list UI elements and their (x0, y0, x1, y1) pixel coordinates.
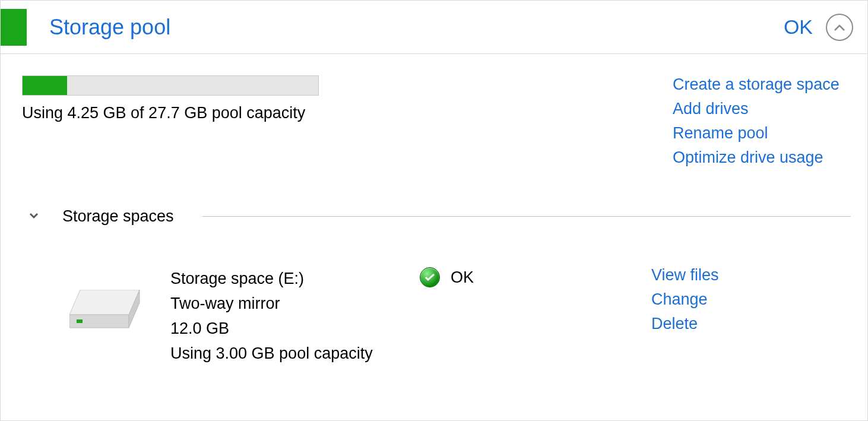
storage-space-name: Storage space (E:) (170, 266, 420, 291)
drive-icon (69, 266, 170, 331)
capacity-progress-bar (22, 75, 319, 96)
storage-spaces-section-header: Storage spaces (22, 207, 851, 226)
section-divider (202, 216, 851, 217)
capacity-usage-text: Using 4.25 GB of 27.7 GB pool capacity (22, 104, 673, 122)
pool-summary-row: Using 4.25 GB of 27.7 GB pool capacity C… (22, 75, 851, 167)
view-files-link[interactable]: View files (651, 266, 719, 284)
change-space-link[interactable]: Change (651, 290, 719, 309)
rename-pool-link[interactable]: Rename pool (673, 124, 851, 143)
chevron-up-icon (834, 19, 845, 36)
svg-marker-0 (69, 290, 140, 315)
capacity-progress-fill (23, 76, 67, 95)
storage-space-info: Storage space (E:) Two-way mirror 12.0 G… (170, 266, 420, 366)
svg-rect-3 (77, 319, 83, 323)
storage-space-size: 12.0 GB (170, 316, 420, 341)
storage-space-row: Storage space (E:) Two-way mirror 12.0 G… (22, 266, 851, 366)
pool-title: Storage pool (49, 15, 784, 40)
pool-header: Storage pool OK (1, 1, 867, 54)
optimize-drive-usage-link[interactable]: Optimize drive usage (673, 148, 851, 167)
add-drives-link[interactable]: Add drives (673, 100, 851, 118)
usage-block: Using 4.25 GB of 27.7 GB pool capacity (22, 75, 673, 122)
create-storage-space-link[interactable]: Create a storage space (673, 75, 851, 94)
collapse-pool-button[interactable] (826, 14, 853, 41)
storage-space-pool-usage: Using 3.00 GB pool capacity (170, 341, 420, 366)
pool-actions: Create a storage space Add drives Rename… (673, 75, 851, 167)
pool-health-indicator (1, 9, 27, 46)
pool-status-text: OK (784, 15, 813, 39)
chevron-down-icon (28, 208, 40, 225)
storage-space-status: OK (420, 266, 651, 287)
storage-space-actions: View files Change Delete (651, 266, 719, 333)
storage-space-status-text: OK (451, 268, 474, 287)
ok-check-icon (420, 267, 440, 287)
storage-spaces-toggle[interactable] (22, 208, 46, 225)
storage-space-type: Two-way mirror (170, 291, 420, 316)
delete-space-link[interactable]: Delete (651, 315, 719, 333)
storage-spaces-title: Storage spaces (62, 207, 186, 226)
